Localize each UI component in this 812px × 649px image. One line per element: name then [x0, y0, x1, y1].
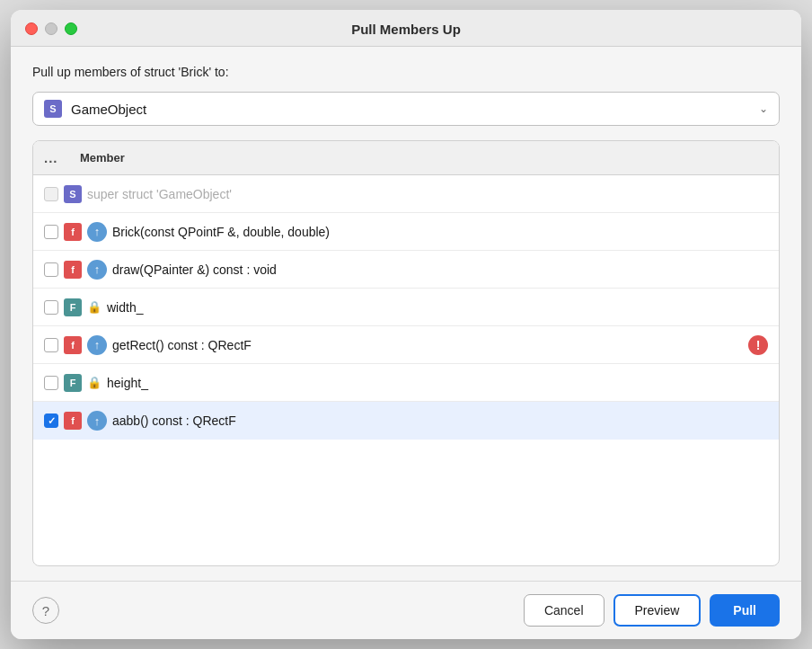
table-row: f getRect() const : QRectF ! [33, 326, 779, 364]
row-text: getRect() const : QRectF [112, 338, 743, 352]
preview-button[interactable]: Preview [613, 594, 702, 627]
row-checkbox-getrect[interactable] [44, 338, 58, 352]
row-checkbox-super[interactable] [44, 187, 58, 201]
table-row: ✓ f aabb() const : QRectF [33, 402, 779, 440]
function-icon: f [64, 412, 82, 430]
close-button[interactable] [25, 22, 38, 35]
pull-members-dialog: Pull Members Up Pull up members of struc… [11, 10, 801, 639]
pull-button[interactable]: Pull [710, 594, 780, 627]
field-icon: F [64, 298, 82, 316]
table-header: ... Member [33, 141, 779, 175]
target-dropdown[interactable]: S GameObject ⌄ [32, 92, 780, 126]
dialog-body: Pull up members of struct 'Brick' to: S … [11, 47, 801, 581]
table-row: f draw(QPainter &) const : void [33, 251, 779, 289]
function-icon: f [64, 336, 82, 354]
override-icon [87, 260, 107, 280]
dropdown-selected-value: GameObject [71, 102, 759, 117]
row-checkbox-height[interactable] [44, 376, 58, 390]
row-text: width_ [107, 300, 768, 315]
header-dots: ... [44, 150, 69, 165]
title-bar: Pull Members Up [11, 10, 801, 47]
members-table: ... Member S super struct 'GameObject' f… [32, 140, 780, 566]
row-checkbox-brick[interactable] [44, 225, 58, 239]
dropdown-struct-icon: S [44, 100, 62, 118]
error-icon: ! [748, 335, 768, 355]
chevron-down-icon: ⌄ [759, 102, 768, 115]
function-icon: f [64, 223, 82, 241]
cancel-button[interactable]: Cancel [524, 594, 605, 627]
table-row: F 🔒 height_ [33, 364, 779, 402]
help-button[interactable]: ? [32, 597, 59, 624]
field-icon: F [64, 374, 82, 392]
header-member-col: Member [80, 151, 125, 164]
table-row: f Brick(const QPointF &, double, double) [33, 213, 779, 251]
lock-icon: 🔒 [87, 376, 102, 390]
table-row: S super struct 'GameObject' [33, 175, 779, 213]
row-checkbox-width[interactable] [44, 300, 58, 315]
dialog-footer: ? Cancel Preview Pull [11, 581, 801, 639]
override-icon [87, 335, 107, 355]
dialog-title: Pull Members Up [351, 22, 461, 37]
traffic-lights [25, 22, 77, 35]
row-text: super struct 'GameObject' [87, 187, 768, 201]
row-checkbox-draw[interactable] [44, 262, 58, 277]
footer-actions: Cancel Preview Pull [524, 594, 780, 627]
row-text: aabb() const : QRectF [112, 413, 768, 428]
struct-icon: S [64, 185, 82, 203]
lock-icon: 🔒 [87, 300, 102, 315]
row-text: Brick(const QPointF &, double, double) [112, 225, 768, 239]
row-text: height_ [107, 376, 768, 390]
minimize-button[interactable] [45, 22, 57, 35]
row-checkbox-aabb[interactable]: ✓ [44, 413, 58, 428]
function-icon: f [64, 261, 82, 279]
override-icon [87, 222, 107, 242]
maximize-button[interactable] [65, 22, 77, 35]
table-row: F 🔒 width_ [33, 289, 779, 326]
subtitle: Pull up members of struct 'Brick' to: [32, 65, 780, 79]
row-text: draw(QPainter &) const : void [112, 262, 768, 277]
override-icon [87, 411, 107, 431]
